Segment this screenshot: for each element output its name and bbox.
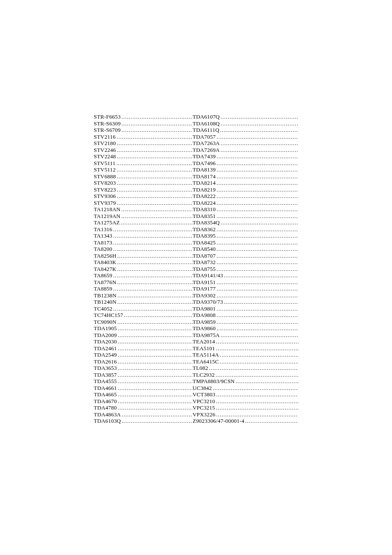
index-entry-label: TDA2549 [94,352,118,358]
leader-dots [118,372,193,378]
index-entry: TA8776N [94,279,193,286]
index-entry-label: STV8223 [94,186,117,193]
index-entry: TA8256H [94,253,193,259]
leader-dots [221,219,298,226]
index-entry: TB1238N [94,292,193,299]
index-entry: TDA8395 [193,232,298,239]
index-entry-label: TDA8707 [193,253,216,259]
leader-dots [121,120,193,127]
leader-dots [216,338,298,345]
index-entry-label: TDA8395 [193,232,216,239]
index-entry-label: TDA2616 [94,358,118,365]
index-entry-label: TMPA8803/9CSN [193,378,236,385]
index-entry: STV2248 [94,153,193,160]
index-entry: VPC3215 [193,404,298,411]
index-entry: TDA3653 [94,365,193,372]
index-entry-label: TDA6111Q [193,127,220,134]
leader-dots [220,352,298,358]
index-entry-label: TDA9801 [193,305,216,312]
leader-dots [216,166,298,173]
leader-dots [216,153,298,160]
index-entry: TDA9859 [193,319,298,325]
index-entry: TDA7269A [193,147,298,154]
index-entry-label: TC4052 [94,305,113,312]
index-entry-label: VPC3215 [193,404,216,411]
leader-dots [216,391,298,398]
leader-dots [216,180,298,186]
leader-dots [124,312,193,319]
leader-dots [121,219,193,226]
index-entry: TDA9151 [193,279,298,286]
index-entry: TDA8755 [193,266,298,273]
leader-dots [220,358,298,365]
index-entry-label: TA8427K [94,266,117,273]
index-entry-label: TDA6107Q [193,113,221,120]
index-entry-label: TDA6103Q [94,418,122,424]
index-entry: TDA3857 [94,372,193,378]
leader-dots [121,113,193,120]
leader-dots [117,253,193,259]
leader-dots [216,134,298,140]
index-entry-label: STV2116 [94,134,116,140]
leader-dots [117,193,193,200]
leader-dots [113,239,193,246]
index-entry-label: TDA2030 [94,338,118,345]
index-column-left: STR-F6653STR-S6309STR-S6709STV2116STV218… [94,113,193,424]
index-entry: TDA8362 [193,226,298,233]
leader-dots [118,404,193,411]
index-entry: TDA9808 [193,312,298,319]
leader-dots [220,127,298,134]
leader-dots [117,259,193,266]
index-entry-label: TDA9860 [193,325,216,332]
index-entry: STV5111 [94,160,193,167]
index-entry-label: TDA9370/73 [193,299,224,305]
index-entry-label: TA1316 [94,226,113,233]
index-entry: TC9090N [94,319,193,325]
index-entry: TDA9141/43 [193,272,298,279]
leader-dots [216,259,298,266]
leader-dots [216,173,298,180]
index-entry-label: TDA1905 [94,325,118,332]
index-entry-label: TDA8222 [193,193,216,200]
index-entry-label: TA8256H [94,253,117,259]
leader-dots [122,418,193,424]
index-entry-label: VCT3803 [193,391,216,398]
index-entry: TEA6415C [193,358,298,365]
leader-dots [117,319,193,325]
leader-dots [216,226,298,233]
index-entry-label: TDA3857 [94,372,118,378]
index-entry-label: TA8403K [94,259,117,266]
leader-dots [216,206,298,213]
index-entry-label: UC3842 [193,385,213,392]
index-entry: TMPA8803/9CSN [193,378,298,385]
index-entry: TA8659 [94,272,193,279]
index-entry: TB1240N [94,299,193,305]
leader-dots [116,134,193,140]
leader-dots [116,166,193,173]
index-entry: TDA4665 [94,391,193,398]
leader-dots [113,285,193,292]
index-entry-label: TDA9859 [193,319,216,325]
index-entry-label: TDA7263A [193,140,221,147]
index-entry-label: TDA8354Q [193,219,221,226]
leader-dots [216,285,298,292]
index-entry-label: TDA8351 [193,213,216,220]
leader-dots [221,113,298,120]
index-entry: TDA7439 [193,153,298,160]
index-entry: TC74HC157 [94,312,193,319]
leader-dots [221,332,298,339]
index-entry: TDA8310 [193,206,298,213]
index-entry-label: STV5112 [94,166,116,173]
leader-dots [216,292,298,299]
index-entry: TDA4661 [94,385,193,392]
index-entry-label: TDA2461 [94,345,118,352]
index-entry-label: TDA8732 [193,259,216,266]
index-entry-label: TDA7057 [193,134,216,140]
index-entry-label: TDA8224 [193,200,216,206]
leader-dots [121,127,193,134]
leader-dots [221,120,298,127]
index-entry-label: TA1219AN [94,213,121,220]
index-entry: TEA2014 [193,338,298,345]
index-entry: TDA9875A [193,332,298,339]
index-entry-label: TA8200 [94,246,113,253]
